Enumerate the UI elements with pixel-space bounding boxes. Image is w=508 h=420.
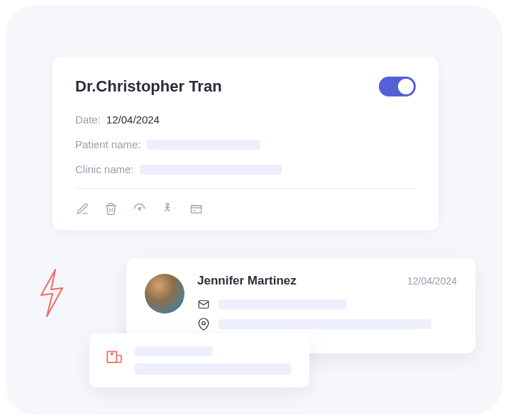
- location-row: [197, 318, 457, 331]
- patient-top-row: Jennifer Martinez 12/04/2024: [197, 274, 457, 288]
- patient-name-label: Patient name:: [75, 138, 141, 150]
- date-label: Date:: [75, 114, 101, 126]
- patient-date: 12/04/2024: [407, 275, 457, 287]
- location-icon: [197, 318, 210, 331]
- doctor-card: Dr.Christopher Tran Date: 12/04/2024 Pat…: [53, 57, 438, 230]
- date-value: 12/04/2024: [106, 114, 160, 126]
- patient-name: Jennifer Martinez: [197, 274, 297, 288]
- card-icon[interactable]: [189, 201, 203, 216]
- clinic-card: [89, 333, 309, 387]
- clinic-content: [135, 346, 294, 375]
- divider: [75, 188, 416, 189]
- date-field: Date: 12/04/2024: [75, 114, 416, 126]
- trash-icon[interactable]: [104, 201, 118, 216]
- gauge-icon[interactable]: [132, 201, 146, 216]
- doctor-header: Dr.Christopher Tran: [75, 77, 416, 96]
- patient-header: Jennifer Martinez 12/04/2024: [145, 274, 457, 338]
- avatar: [145, 274, 184, 314]
- clinic-name-field: Clinic name:: [75, 163, 416, 175]
- clinic-name-placeholder: [140, 165, 282, 175]
- mail-icon: [197, 298, 210, 311]
- patient-name-placeholder: [147, 140, 260, 150]
- doctor-name: Dr.Christopher Tran: [75, 77, 222, 96]
- person-icon[interactable]: [160, 201, 175, 216]
- patient-name-field: Patient name:: [75, 138, 416, 150]
- email-row: [197, 298, 457, 311]
- toolbar: [75, 201, 416, 216]
- toggle-knob: [398, 79, 414, 94]
- patient-info: Jennifer Martinez 12/04/2024: [197, 274, 457, 338]
- clinic-name-label: Clinic name:: [75, 163, 134, 175]
- svg-point-0: [166, 204, 168, 206]
- lightning-decoration: [34, 268, 68, 318]
- svg-point-3: [202, 321, 206, 325]
- clinic-line-2: [135, 363, 291, 375]
- clinic-line-1: [135, 346, 213, 356]
- hospital-icon: [105, 346, 123, 368]
- status-toggle[interactable]: [379, 77, 416, 96]
- email-placeholder: [219, 299, 346, 309]
- location-placeholder: [219, 319, 431, 329]
- svg-rect-1: [191, 205, 201, 212]
- svg-rect-2: [199, 301, 209, 309]
- main-panel: Dr.Christopher Tran Date: 12/04/2024 Pat…: [6, 6, 502, 414]
- edit-icon[interactable]: [75, 201, 89, 216]
